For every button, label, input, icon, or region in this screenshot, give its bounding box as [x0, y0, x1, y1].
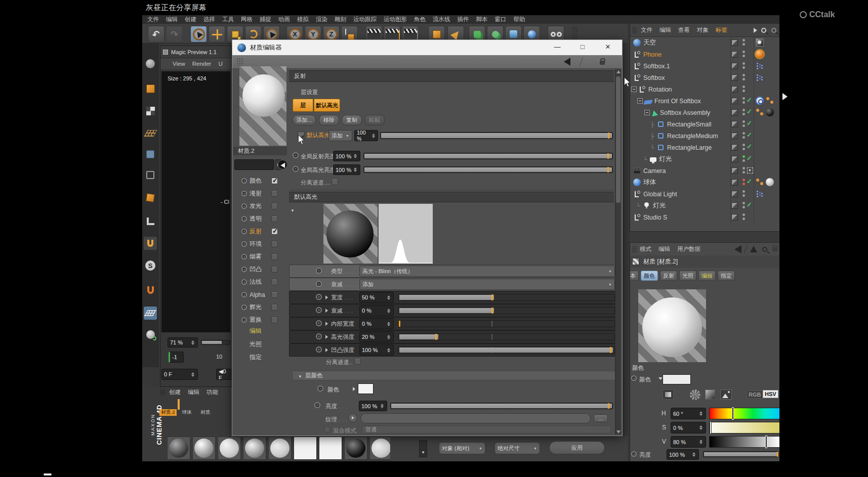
panel-splitter[interactable]	[630, 231, 779, 243]
enable-check-toggle[interactable]	[747, 108, 754, 116]
param-slider[interactable]	[398, 294, 615, 301]
visibility-dots-toggle[interactable]	[742, 85, 746, 94]
layer-toggle[interactable]	[731, 51, 738, 58]
object-row[interactable]: Rotation	[630, 83, 779, 95]
channel-radio[interactable]	[241, 279, 247, 285]
value-gradient[interactable]	[709, 436, 779, 448]
section-collapse-icon[interactable]	[291, 205, 295, 214]
minimize-button[interactable]: —	[551, 43, 563, 52]
global-specular-field[interactable]: 100 %	[333, 164, 360, 175]
menu-item[interactable]: 运动图形	[384, 16, 407, 23]
layer-strength-field[interactable]: 100 %	[354, 130, 378, 141]
material-thumbnail[interactable]	[243, 437, 266, 460]
menu-item[interactable]: 文件	[147, 16, 159, 23]
material-thumbnail[interactable]	[268, 437, 292, 460]
enable-check-toggle[interactable]	[747, 166, 754, 174]
history-back-icon[interactable]	[734, 245, 741, 253]
axis-mode-button[interactable]	[144, 214, 157, 228]
menu-item[interactable]: 插件	[458, 16, 469, 23]
visibility-dots-toggle[interactable]	[742, 166, 746, 175]
channel-checkbox[interactable]	[271, 253, 278, 260]
menu-item[interactable]: 窗口	[495, 16, 507, 23]
filter-icon[interactable]	[771, 28, 776, 33]
layer-toggle[interactable]	[731, 191, 738, 197]
param-radio[interactable]	[316, 346, 322, 353]
object-type-icon[interactable]	[633, 62, 641, 70]
layer-toggle[interactable]	[731, 144, 738, 151]
menu-item[interactable]: 网格	[241, 16, 253, 23]
preview-zoom-slider[interactable]	[201, 340, 230, 345]
channel-checkbox[interactable]	[271, 291, 278, 298]
object-label[interactable]: 天空	[643, 38, 656, 47]
material-preview[interactable]	[239, 66, 286, 146]
expand-toggle-icon[interactable]	[644, 110, 650, 115]
object-type-icon[interactable]	[633, 51, 641, 58]
hsv-mode-button[interactable]: HSV	[763, 390, 778, 398]
frame-field[interactable]: 0 F	[161, 369, 198, 380]
global-reflection-field[interactable]: 100 %	[333, 151, 360, 161]
close-button[interactable]: ✕	[602, 43, 614, 52]
brightness-slider[interactable]	[703, 451, 779, 457]
object-row[interactable]: 球体	[630, 177, 779, 188]
color-expand-arrow[interactable]	[353, 387, 355, 391]
saturation-gradient[interactable]	[709, 422, 779, 433]
layer-toggle[interactable]	[731, 63, 738, 69]
menu-item[interactable]: 对象	[697, 26, 709, 34]
edit-page-link[interactable]: 编辑	[250, 327, 262, 335]
hue-field[interactable]: 60 °	[671, 408, 706, 419]
channel-radio[interactable]	[241, 203, 247, 209]
menu-item[interactable]: U	[218, 61, 222, 67]
layer-toggle[interactable]	[731, 74, 738, 81]
channel-checkbox[interactable]	[271, 279, 278, 285]
visibility-dots-toggle[interactable]	[742, 120, 746, 128]
saturation-field[interactable]: 0 %	[671, 422, 706, 433]
channel-checkbox[interactable]	[271, 304, 278, 311]
menu-item[interactable]: 选择	[203, 16, 215, 23]
param-slider[interactable]	[398, 346, 615, 354]
layer-color-swatch[interactable]	[358, 383, 374, 394]
magic-preview-titlebar[interactable]: Magic Preview 1.1	[160, 46, 231, 58]
menu-item[interactable]: 渲染	[316, 16, 327, 23]
image-picker-icon[interactable]	[720, 389, 732, 400]
param-value-field[interactable]: 100 %	[359, 344, 394, 356]
channel-checkbox[interactable]	[271, 203, 278, 209]
channel-radio[interactable]	[241, 178, 247, 184]
material-search-field[interactable]	[234, 159, 274, 170]
lock-icon[interactable]	[772, 247, 777, 251]
magnet-button[interactable]	[144, 283, 157, 296]
object-tag-icon[interactable]	[756, 190, 764, 198]
channel-label[interactable]: 透明	[250, 214, 262, 223]
param-radio[interactable]	[316, 333, 322, 339]
channel-checkbox[interactable]	[271, 215, 278, 222]
expand-arrow-icon[interactable]	[325, 335, 328, 339]
frame-nav-field[interactable]: ◀0 F	[216, 369, 232, 380]
enable-check-toggle[interactable]	[747, 201, 754, 209]
workplane-mode-button[interactable]	[144, 126, 157, 140]
visibility-dots-toggle[interactable]	[742, 213, 746, 222]
param-radio[interactable]	[316, 307, 322, 313]
object-row[interactable]: Studio S	[630, 211, 779, 223]
menu-item[interactable]: 文件	[641, 26, 652, 34]
specular-sphere-preview[interactable]	[323, 204, 378, 264]
channel-radio[interactable]	[241, 317, 247, 323]
menu-item[interactable]: 编辑	[188, 388, 199, 396]
object-row[interactable]: Softbox.1	[630, 60, 779, 72]
attribute-tab[interactable]: 指定	[718, 271, 735, 281]
object-tag-icon[interactable]	[756, 73, 764, 81]
channel-radio[interactable]	[241, 191, 247, 196]
visibility-dots-toggle[interactable]	[742, 190, 746, 198]
layer-toggle[interactable]	[731, 133, 738, 139]
expand-arrow-icon[interactable]	[325, 295, 328, 299]
brightness-radio[interactable]	[631, 451, 637, 457]
menu-item[interactable]: 捕捉	[260, 16, 271, 23]
layer-brightness-slider[interactable]	[390, 403, 613, 409]
move-tool[interactable]	[209, 26, 225, 42]
menu-item[interactable]: 编辑	[658, 245, 670, 253]
object-type-icon[interactable]	[633, 190, 641, 198]
object-label[interactable]: 球体	[643, 178, 656, 187]
specular-curve-preview[interactable]	[379, 204, 433, 264]
visibility-dots-toggle[interactable]	[742, 155, 746, 163]
back-arrow-icon[interactable]	[564, 58, 570, 66]
preview-zoom-field[interactable]: 71 %	[168, 337, 198, 348]
channel-label[interactable]: 凹凸	[250, 265, 262, 274]
